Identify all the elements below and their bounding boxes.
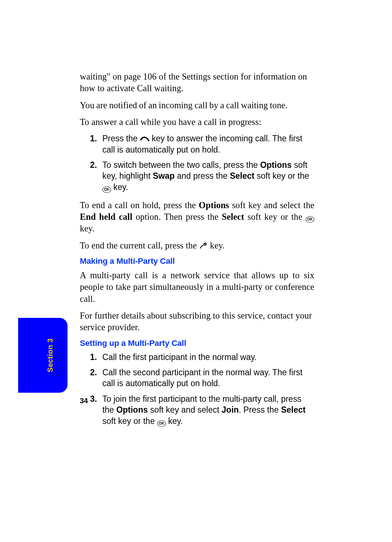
text: To end a call on hold, press the	[80, 200, 199, 210]
bold-text: Options	[199, 200, 229, 210]
paragraph: waiting" on page 106 of the Settings sec…	[80, 71, 314, 94]
section-tab: Section 3	[33, 318, 68, 393]
list-marker: 3.	[90, 393, 97, 404]
heading: Setting up a Multi-Party Call	[80, 339, 314, 348]
text: and press the	[175, 171, 230, 181]
text: To end the current call, press the	[80, 240, 199, 250]
text: soft key or the	[244, 212, 306, 222]
text: option. Then press the	[132, 212, 222, 222]
ok-key-icon: OK	[157, 420, 166, 427]
text: To switch between the two calls, press t…	[102, 160, 260, 170]
bold-text: Options	[116, 405, 148, 414]
paragraph: To end the current call, press the key.	[80, 240, 314, 251]
list-marker: 1.	[90, 352, 97, 363]
send-key-icon	[140, 134, 150, 140]
bold-text: Select	[222, 212, 244, 222]
list-item: 2. To switch between the two calls, pres…	[102, 159, 314, 193]
text: Call the first participant in the normal…	[102, 352, 257, 362]
section-tab-label: Section 3	[46, 338, 54, 372]
list-marker: 1.	[90, 133, 97, 144]
text: soft key and select	[148, 405, 221, 414]
body-text: waiting" on page 106 of the Settings sec…	[80, 71, 314, 433]
bold-text: Options	[260, 160, 292, 170]
text: key.	[111, 182, 128, 192]
ok-key-icon: OK	[306, 216, 314, 223]
text: Call the second participant in the norma…	[102, 368, 302, 388]
bold-text: Select	[281, 405, 306, 414]
text: key.	[166, 416, 183, 426]
text: Press the	[102, 134, 140, 143]
end-key-icon	[199, 241, 208, 248]
paragraph: You are notified of an incoming call by …	[80, 100, 314, 111]
ok-key-icon: OK	[102, 186, 111, 193]
text: . Press the	[239, 405, 281, 414]
ordered-list: 1. Call the first participant in the nor…	[80, 352, 314, 427]
text: soft key and select the	[229, 200, 314, 210]
paragraph: For further details about subscribing to…	[80, 310, 314, 333]
list-item: 3. To join the first participant to the …	[102, 393, 314, 427]
page-number: 34	[80, 397, 88, 405]
bold-text: Select	[230, 171, 254, 181]
list-marker: 2.	[90, 159, 97, 170]
text: soft key or the	[254, 171, 309, 181]
paragraph: To end a call on hold, press the Options…	[80, 199, 314, 235]
paragraph: A multi-party call is a network service …	[80, 270, 314, 305]
svg-line-1	[204, 243, 206, 245]
text: key.	[80, 223, 94, 233]
bold-text: End held call	[80, 212, 132, 222]
paragraph: To answer a call while you have a call i…	[80, 116, 314, 128]
text: key.	[208, 240, 225, 250]
page: Section 3 waiting" on page 106 of the Se…	[0, 0, 392, 542]
list-marker: 2.	[90, 367, 97, 378]
bold-text: Join	[222, 405, 239, 414]
bold-text: Swap	[153, 171, 175, 181]
list-item: 1. Press the key to answer the incoming …	[102, 133, 314, 155]
list-item: 2. Call the second participant in the no…	[102, 367, 314, 389]
list-item: 1. Call the first participant in the nor…	[102, 352, 314, 363]
text: soft key or the	[102, 416, 157, 426]
ordered-list: 1. Press the key to answer the incoming …	[80, 133, 314, 193]
heading: Making a Multi-Party Call	[80, 256, 314, 266]
